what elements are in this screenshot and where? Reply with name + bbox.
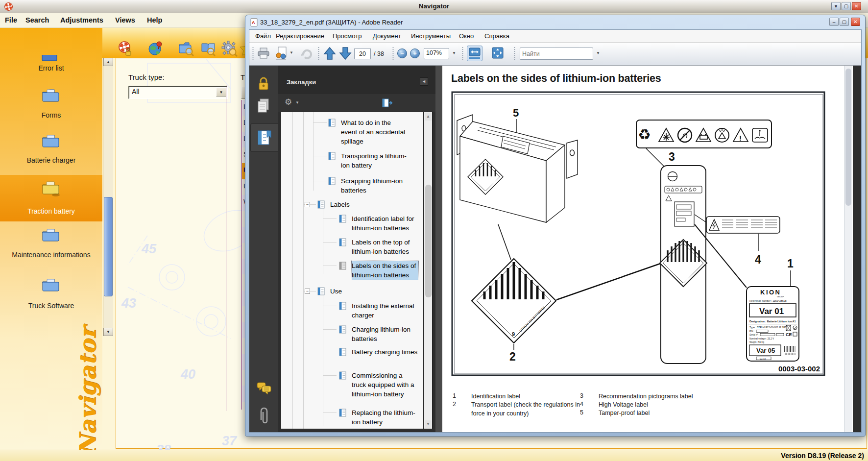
high-voltage-label: [706, 217, 780, 233]
bookmarks-panel-tab-active[interactable]: [250, 123, 278, 152]
folder-icon: [41, 133, 60, 149]
zoom-dropdown-caret[interactable]: ▼: [452, 51, 456, 55]
folder-search-icon[interactable]: [178, 41, 194, 56]
tree-guide-line: [313, 112, 313, 191]
sidebar-item-forms[interactable]: Forms: [0, 111, 102, 119]
previous-page-icon[interactable]: [323, 47, 337, 60]
dropdown-arrow-button[interactable]: ▼: [216, 87, 226, 97]
sidebar-item-truck-software[interactable]: Truck Software: [0, 302, 102, 310]
globe-icon[interactable]: [147, 41, 163, 56]
menu-help[interactable]: Help: [147, 16, 162, 24]
menu-view-ru[interactable]: Просмотр: [333, 32, 362, 40]
truck-type-dropdown[interactable]: All ▼: [128, 86, 228, 99]
zoom-in-button[interactable]: +: [410, 49, 420, 58]
scrollbar-thumb[interactable]: [845, 69, 851, 206]
find-dropdown-caret[interactable]: ▼: [596, 51, 600, 55]
bookmark-page-icon: [339, 215, 346, 223]
var04-text: Var 04: [760, 358, 766, 360]
goto-bookmark-icon[interactable]: [382, 98, 393, 108]
sidebar-item-maintenance-informations[interactable]: Maintenance informations: [0, 251, 102, 259]
settings-search-icon[interactable]: [221, 40, 238, 57]
scroll-down-button[interactable]: ▼: [103, 328, 113, 336]
collapse-expander-icon[interactable]: −: [305, 202, 310, 207]
collapse-panel-button[interactable]: ◄: [420, 77, 428, 86]
sidebar-item-traction-battery[interactable]: Traction battery: [0, 175, 102, 221]
scroll-up-button[interactable]: ▲: [103, 58, 113, 66]
adobe-window-title: 33_18_3279_2_en.pdf (ЗАЩИТА) - Adobe Rea…: [260, 19, 403, 26]
disabled-rotate-icon: [300, 47, 314, 60]
menu-adjustments[interactable]: Adjustments: [60, 16, 103, 24]
options-caret-icon[interactable]: ▼: [295, 100, 299, 105]
share-dropdown-caret[interactable]: ▼: [289, 50, 293, 55]
watermark-number: 43: [121, 296, 136, 311]
adobe-menubar: Файл Редактирование Просмотр Документ Ин…: [249, 30, 861, 43]
bookmark-page-icon: [339, 325, 346, 334]
pages-panel-icon[interactable]: [257, 98, 270, 115]
scrollbar-thumb[interactable]: [425, 185, 432, 297]
fit-width-button[interactable]: [467, 46, 482, 61]
bookmark-page-icon: [328, 119, 336, 127]
book-search-icon[interactable]: [200, 41, 216, 56]
attachments-paperclip-icon[interactable]: [257, 406, 271, 427]
adobe-close-button[interactable]: ✕: [851, 18, 860, 26]
group-box-border: [226, 85, 226, 411]
scroll-down-button[interactable]: ▼: [425, 420, 432, 428]
bookmarks-tree: What to do in the event of an accidental…: [281, 112, 424, 429]
sidebar-item-error-list[interactable]: Error list: [0, 64, 102, 72]
sidebar-scrollbar[interactable]: ▲ ▼: [103, 58, 113, 336]
toolbar-handle: [392, 47, 394, 61]
find-input[interactable]: [520, 48, 593, 60]
menu-search[interactable]: Search: [25, 16, 49, 24]
next-page-icon[interactable]: [338, 47, 352, 60]
battery-labels-figure: 5: [451, 91, 826, 377]
panel-splitter[interactable]: [435, 66, 442, 432]
options-gear-icon[interactable]: ⚙: [285, 97, 292, 107]
collapse-expander-icon[interactable]: −: [305, 289, 310, 294]
menu-views[interactable]: Views: [115, 16, 135, 24]
figure-number: 0003-03-002: [778, 364, 820, 373]
ce-mark-text: CE: [786, 332, 792, 337]
navigator-close-button[interactable]: ✕: [852, 2, 861, 10]
menu-tools-ru[interactable]: Инструменты: [411, 32, 451, 40]
help-lock-icon[interactable]: [118, 41, 132, 56]
fit-width-icon: [467, 46, 482, 61]
scroll-up-button[interactable]: ▲: [425, 113, 432, 121]
legend-text-3: Recommendation pictograms label: [599, 392, 726, 401]
zoom-level-field[interactable]: 107%: [424, 48, 449, 59]
pdf-document-pane[interactable]: Labels on the sides of lithium-ion batte…: [442, 66, 853, 432]
navigator-brand-watermark: Navigator: [74, 327, 101, 456]
legend-num-5: 5: [580, 409, 583, 416]
scrollbar-thumb[interactable]: [104, 197, 113, 296]
kion-brand-text: KION: [760, 289, 781, 296]
menu-edit-ru[interactable]: Редактирование: [276, 32, 324, 40]
menu-document-ru[interactable]: Документ: [373, 32, 401, 40]
svg-text:A: A: [252, 20, 255, 25]
menu-help-ru[interactable]: Справка: [484, 32, 509, 40]
adobe-maximize-button[interactable]: ▢: [840, 18, 849, 26]
menu-file-ru[interactable]: Файл: [255, 32, 271, 40]
menu-window-ru[interactable]: Окно: [459, 32, 474, 40]
menu-file[interactable]: File: [5, 16, 17, 24]
fit-page-button[interactable]: [490, 46, 506, 61]
recycle-pictogram-icon: ♻: [638, 126, 651, 143]
comments-icon[interactable]: [256, 382, 272, 395]
bookmark-page-icon: [339, 302, 346, 310]
page-number-input[interactable]: [354, 48, 371, 59]
watermark-number: 40: [181, 367, 195, 382]
navigator-window-title: Navigator: [0, 2, 868, 10]
adobe-reader-window: A 33_18_3279_2_en.pdf (ЗАЩИТА) - Adobe R…: [245, 15, 866, 437]
bookmarks-scrollbar[interactable]: ▲ ▼: [424, 112, 433, 429]
sidebar-item-batterie-charger[interactable]: Batterie charger: [0, 156, 102, 164]
navigator-minimize-button[interactable]: ▾: [831, 2, 841, 10]
navigator-maximize-button[interactable]: ▢: [842, 2, 851, 10]
security-lock-icon[interactable]: [257, 76, 270, 92]
adobe-minimize-button[interactable]: –: [829, 18, 839, 26]
share-review-icon[interactable]: [275, 47, 288, 60]
zoom-out-button[interactable]: −: [397, 49, 407, 58]
watermark-number: 37: [222, 434, 237, 449]
bookmark-page-icon: [339, 409, 346, 417]
watermark-number: 45: [142, 242, 156, 257]
pdf-file-icon: A: [250, 18, 258, 26]
print-icon[interactable]: [257, 48, 270, 59]
document-scrollbar[interactable]: [844, 66, 852, 432]
